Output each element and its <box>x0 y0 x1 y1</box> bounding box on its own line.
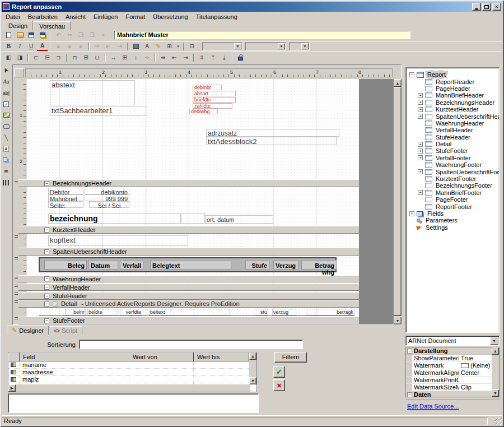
tree-item-spaltenueberschriftheader[interactable]: +SpaltenUeberschriftHeader <box>408 113 499 119</box>
checkbox-tool-icon[interactable]: ✓ <box>1 99 12 109</box>
field-briefdte[interactable]: briefdte <box>193 97 236 103</box>
space-down-icon[interactable]: ⇳ <box>197 53 207 62</box>
send-to-back-icon[interactable]: ◨ <box>15 53 25 62</box>
property-row-showparameterl[interactable]: ShowParameterLTrue <box>406 355 499 362</box>
canvas-scrollbar[interactable]: ▲ ▼ <box>394 79 402 324</box>
collapse-icon[interactable]: − <box>407 349 412 354</box>
clear-filter-button[interactable]: × <box>273 379 285 391</box>
label-mahnbrief[interactable]: Mahnbrief <box>48 194 83 201</box>
field-verfdte[interactable]: verfdte <box>120 309 142 315</box>
align-tops-icon[interactable]: ⊓ <box>69 53 80 62</box>
tree-item-mahnbriefheader[interactable]: +MahnBriefHeader <box>408 92 499 99</box>
picture-tool-icon[interactable] <box>1 110 12 120</box>
barcode-tool-icon[interactable] <box>1 178 12 187</box>
same-width-icon[interactable]: ↔ <box>108 53 119 62</box>
resize-grip[interactable] <box>495 418 502 425</box>
scroll-right-icon[interactable]: ▶ <box>8 384 16 392</box>
borders-icon[interactable]: ⊞ <box>164 42 175 51</box>
section-bar-spaltenueberschriftheader[interactable]: −SpaltenUeberschriftHeader <box>18 248 394 256</box>
property-group-darstellung[interactable]: −Darstellung <box>406 347 499 355</box>
scroll-down-icon[interactable]: ▼ <box>394 317 402 324</box>
section-splitter-icon[interactable] <box>15 293 18 295</box>
maximize-button[interactable] <box>482 3 491 11</box>
filtern-button[interactable]: Filtern <box>274 352 307 363</box>
tree-item-stufeheader[interactable]: StufeHeader <box>408 134 499 141</box>
minimize-button[interactable] <box>472 3 481 11</box>
save-style-icon[interactable] <box>37 31 48 40</box>
expand-icon[interactable]: + <box>418 169 423 174</box>
field-sei-sei[interactable]: Sei / Sei <box>89 201 129 208</box>
expand-icon[interactable]: + <box>418 93 423 98</box>
filter-row-maname[interactable]: maname <box>8 361 256 369</box>
filter-col-wert-bis[interactable]: Wert bis <box>194 352 249 361</box>
pagebreak-tool-icon[interactable]: ≣ <box>1 166 12 176</box>
col-verfall[interactable]: Verfall <box>120 260 143 270</box>
tree-item-spaltenueberschriftfooter[interactable]: +SpaltenUeberschriftFooter <box>408 168 499 175</box>
property-group-daten[interactable]: −Daten <box>406 391 499 397</box>
tree-item-waehrungheader[interactable]: WaehrungHeader <box>408 120 499 127</box>
style-combo[interactable]: ▼ <box>202 42 242 50</box>
fontsize-combo[interactable]: ▼ <box>289 42 310 50</box>
close-button[interactable]: × <box>492 3 501 11</box>
collapse-icon[interactable]: − <box>44 294 49 299</box>
title-bar[interactable]: Report anpassen × <box>2 2 502 12</box>
italic-button[interactable]: I <box>15 42 25 51</box>
section-bar-waehrungheader[interactable]: −WaehrungHeader <box>18 275 394 282</box>
label-tool-icon[interactable]: Aa <box>1 77 12 86</box>
expand-icon[interactable]: + <box>418 142 423 147</box>
col-belegtext[interactable]: Belegtext <box>150 260 231 270</box>
tab-vorschau[interactable]: Vorschau <box>34 21 71 30</box>
expand-icon[interactable]: + <box>409 211 414 216</box>
expand-icon[interactable]: + <box>418 155 423 160</box>
collapse-icon[interactable]: − <box>44 276 49 281</box>
field-debikonto[interactable]: debikonto <box>85 188 129 194</box>
highlight-pen-icon[interactable]: ✎ <box>153 42 164 51</box>
field-999999[interactable]: 999 999 <box>85 194 129 201</box>
tree-item-bezeichnungsfooter[interactable]: BezeichnungsFooter <box>408 182 499 189</box>
tree-item-settings[interactable]: Settings <box>408 224 499 231</box>
field-ort-datum[interactable]: ort, datum <box>205 215 273 224</box>
snap-to-grid-icon[interactable]: ⁘ <box>142 53 152 62</box>
col-beleg[interactable]: Beleg <box>44 260 87 270</box>
subreport-tool-icon[interactable] <box>1 155 12 165</box>
menu-item-titelanpassung[interactable]: Titelanpassung <box>192 12 241 21</box>
field-debinbr[interactable]: debinbr <box>193 85 222 90</box>
section-bar-bezeichnungsheader[interactable]: −BezeichnungsHeader <box>18 179 394 187</box>
pointer-tool-icon[interactable]: ➤ <box>1 66 12 75</box>
filter-col-feld[interactable]: Feld <box>20 352 129 361</box>
field-verzug[interactable]: verzug <box>272 309 296 315</box>
section-splitter-icon[interactable] <box>15 235 18 238</box>
tree-item-waehrungfooter[interactable]: WaehrungFooter <box>408 161 499 168</box>
collapse-icon[interactable]: − <box>44 228 49 233</box>
tree-item-detail[interactable]: +Detail <box>408 141 499 147</box>
field-kopftext[interactable]: kopftext <box>48 235 188 246</box>
bold-button[interactable]: B <box>3 42 14 51</box>
section-splitter-icon[interactable] <box>15 277 18 279</box>
property-scrollbar[interactable]: ▲▼ <box>492 347 499 397</box>
space-across-icon[interactable]: ⇹ <box>158 53 169 62</box>
field-sachbearbeiter[interactable]: txtSachbearbeiter1 <box>50 106 147 116</box>
align-centers-icon[interactable]: ⊟ <box>42 53 53 62</box>
align-center-icon[interactable]: ≡ <box>64 42 75 51</box>
tree-item-verfallheader[interactable]: VerfallHeader <box>408 127 499 133</box>
field-absort[interactable]: absort <box>193 91 236 96</box>
scroll-up-icon[interactable]: ▲ <box>492 347 499 355</box>
section-bar-verfallheader[interactable]: −VerfallHeader <box>18 284 394 291</box>
property-row-watermarksizem[interactable]: WatermarkSizeMClip <box>406 384 499 391</box>
combo-arrow-icon[interactable]: ▼ <box>301 43 309 49</box>
space-down-more-icon[interactable]: ⤓ <box>219 53 230 62</box>
open-icon[interactable] <box>15 31 25 40</box>
field-adressblock[interactable]: txtAdessblock2 <box>206 137 337 145</box>
field-beldte[interactable]: beldte <box>87 309 118 315</box>
align-middles-icon[interactable]: ⊞ <box>81 53 91 62</box>
section-bar-stufeheader[interactable]: −StufeHeader <box>18 292 394 300</box>
expand-icon[interactable]: + <box>418 100 423 105</box>
filter-row-maadresse[interactable]: maadresse <box>8 369 256 376</box>
expand-icon[interactable]: + <box>418 148 423 154</box>
new-report-icon[interactable] <box>3 31 14 40</box>
property-row-watermark[interactable]: Watermark(Keine) <box>406 362 499 369</box>
field-stu[interactable]: stu <box>254 309 268 315</box>
copy-icon[interactable]: ❐ <box>76 31 86 40</box>
scroll-down-icon[interactable]: ▼ <box>492 389 499 397</box>
col-datum[interactable]: Datum <box>88 260 118 270</box>
